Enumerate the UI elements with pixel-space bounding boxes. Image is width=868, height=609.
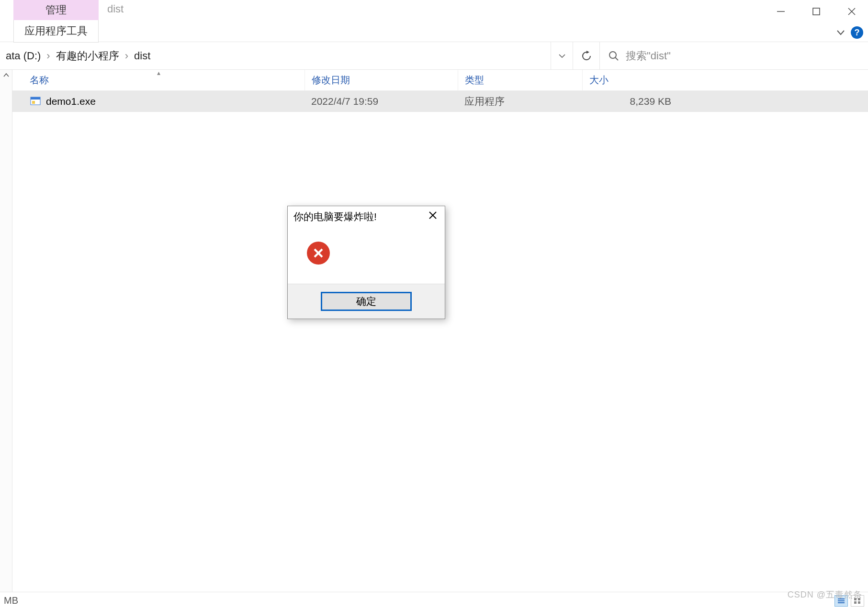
svg-rect-7 [31, 97, 40, 100]
maximize-button[interactable] [809, 4, 824, 19]
svg-rect-8 [32, 101, 35, 104]
window-title: dist [107, 3, 124, 15]
column-date[interactable]: 修改日期 [304, 70, 458, 90]
file-size: 8,239 KB [582, 96, 678, 107]
svg-rect-15 [858, 601, 860, 604]
column-headers: ▴ 名称 修改日期 类型 大小 [12, 70, 868, 91]
crumb-folder1[interactable]: 有趣的小程序 [52, 49, 123, 63]
ribbon-tab-manage[interactable]: 管理 [13, 0, 99, 20]
close-icon [847, 7, 857, 16]
chevron-up-icon [3, 72, 10, 78]
column-name-label: 名称 [30, 74, 49, 87]
message-dialog: 你的电脑要爆炸啦! 确定 [287, 206, 445, 319]
search-icon [609, 51, 619, 61]
svg-rect-14 [854, 601, 857, 604]
file-list: ▴ 名称 修改日期 类型 大小 demo1.exe 2022/4/7 19:59… [12, 70, 868, 592]
navbar: ata (D:) › 有趣的小程序 › dist 搜索"dist" [0, 42, 868, 70]
sort-indicator-icon: ▴ [157, 69, 160, 77]
window-controls [773, 4, 859, 19]
crumb-drive[interactable]: ata (D:) [2, 50, 45, 62]
chevron-down-icon[interactable] [835, 27, 846, 38]
column-type[interactable]: 类型 [458, 70, 582, 90]
watermark: CSDN @五毒然条 [788, 589, 862, 600]
dialog-footer: 确定 [288, 284, 445, 319]
file-type: 应用程序 [458, 95, 582, 108]
error-icon [307, 242, 330, 265]
minimize-button[interactable] [773, 4, 789, 19]
search-input[interactable]: 搜索"dist" [600, 42, 868, 69]
status-left: MB [4, 595, 18, 606]
maximize-icon [812, 7, 821, 16]
dialog-title: 你的电脑要爆炸啦! [293, 210, 377, 223]
crumb-folder2[interactable]: dist [130, 50, 154, 62]
file-name-cell: demo1.exe [12, 96, 304, 107]
minimize-icon [776, 7, 786, 16]
breadcrumb-dropdown[interactable] [551, 42, 573, 69]
nav-pane-collapsed[interactable] [0, 70, 12, 592]
file-date: 2022/4/7 19:59 [304, 96, 458, 107]
dialog-body [288, 227, 445, 284]
chevron-right-icon: › [45, 50, 52, 62]
column-size[interactable]: 大小 [582, 70, 678, 90]
search-placeholder: 搜索"dist" [626, 49, 671, 63]
chevron-down-icon [558, 52, 566, 60]
close-button[interactable] [844, 4, 859, 19]
svg-rect-1 [813, 8, 820, 15]
titlebar: 管理 应用程序工具 dist ? [0, 0, 868, 42]
ribbon-tabs: 管理 应用程序工具 [13, 0, 99, 43]
column-name[interactable]: ▴ 名称 [12, 70, 304, 90]
breadcrumb[interactable]: ata (D:) › 有趣的小程序 › dist [0, 42, 573, 69]
svg-point-4 [609, 52, 616, 58]
ribbon-tab-apptools[interactable]: 应用程序工具 [13, 20, 99, 43]
chevron-right-icon: › [123, 50, 130, 62]
main-area: ▴ 名称 修改日期 类型 大小 demo1.exe 2022/4/7 19:59… [0, 70, 868, 592]
statusbar: MB [0, 592, 868, 609]
refresh-button[interactable] [573, 42, 600, 69]
file-row[interactable]: demo1.exe 2022/4/7 19:59 应用程序 8,239 KB [12, 91, 868, 112]
close-icon [428, 210, 438, 220]
exe-file-icon [30, 96, 41, 107]
dialog-close-button[interactable] [426, 210, 440, 223]
refresh-icon [581, 51, 592, 61]
help-button[interactable]: ? [851, 26, 863, 39]
svg-line-5 [615, 57, 618, 60]
dialog-titlebar[interactable]: 你的电脑要爆炸啦! [288, 206, 445, 227]
ribbon-right: ? [835, 26, 863, 39]
file-name: demo1.exe [46, 96, 96, 107]
ok-button[interactable]: 确定 [321, 292, 412, 311]
